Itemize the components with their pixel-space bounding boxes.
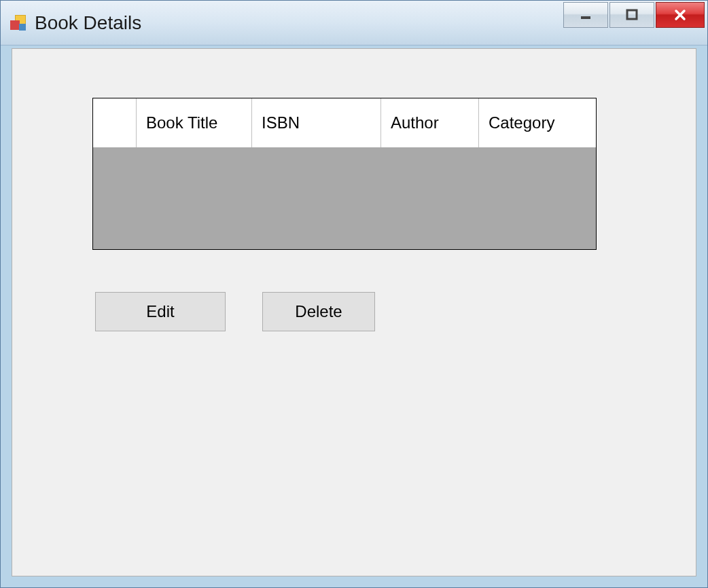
window-title: Book Details — [35, 12, 141, 34]
book-data-grid[interactable]: Book Title ISBN Author Category — [92, 98, 597, 250]
close-button[interactable] — [656, 2, 705, 28]
maximize-icon — [625, 8, 639, 22]
grid-header-row: Book Title ISBN Author Category — [93, 98, 596, 147]
grid-column-header[interactable]: Book Title — [137, 98, 252, 147]
grid-body-empty[interactable] — [93, 147, 596, 249]
minimize-icon — [579, 8, 592, 22]
maximize-button[interactable] — [609, 2, 654, 28]
window-controls — [563, 2, 705, 28]
grid-column-header[interactable]: Author — [381, 98, 479, 147]
grid-column-header[interactable]: Category — [479, 98, 596, 147]
grid-row-header-corner[interactable] — [93, 98, 137, 147]
titlebar[interactable]: Book Details — [1, 1, 707, 45]
app-icon — [10, 15, 26, 31]
delete-button[interactable]: Delete — [262, 292, 375, 331]
minimize-button[interactable] — [563, 2, 608, 28]
svg-rect-1 — [627, 10, 637, 19]
app-window: Book Details Book Title — [0, 0, 708, 588]
client-area: Book Title ISBN Author Category Edit Del… — [12, 48, 696, 576]
svg-rect-0 — [581, 16, 590, 19]
grid-column-header[interactable]: ISBN — [252, 98, 381, 147]
close-icon — [673, 7, 688, 22]
edit-button[interactable]: Edit — [95, 292, 226, 331]
